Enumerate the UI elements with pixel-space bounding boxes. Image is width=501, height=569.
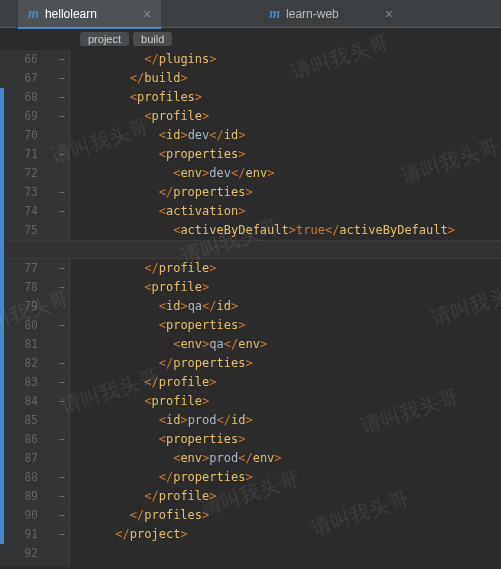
line-number: 79 <box>0 297 38 316</box>
line-number: 69 <box>0 107 38 126</box>
code-line[interactable]: </properties> <box>72 183 455 202</box>
code-line[interactable]: <properties> <box>72 430 455 449</box>
line-number: 89 <box>0 487 38 506</box>
code-editor[interactable]: 6667686970717273747576777879808182838485… <box>0 50 501 567</box>
vcs-change-marker <box>0 88 4 544</box>
line-number: 73 <box>0 183 38 202</box>
fold-start-icon[interactable]: – <box>57 396 67 406</box>
fold-end-icon[interactable]: – <box>57 529 67 539</box>
code-line[interactable]: <env>dev</env> <box>72 164 455 183</box>
code-line[interactable]: <profile> <box>72 107 455 126</box>
fold-start-icon[interactable]: – <box>57 282 67 292</box>
tab-label: learn-web <box>286 7 339 21</box>
fold-end-icon[interactable]: – <box>57 187 67 197</box>
code-area[interactable]: </plugins> </build> <profiles> <profile>… <box>56 50 455 567</box>
fold-start-icon[interactable]: – <box>57 434 67 444</box>
code-line[interactable]: <env>qa</env> <box>72 335 455 354</box>
fold-end-icon[interactable]: – <box>57 263 67 273</box>
code-line[interactable]: </properties> <box>72 468 455 487</box>
line-number: 78 <box>0 278 38 297</box>
fold-end-icon[interactable]: – <box>57 54 67 64</box>
close-icon[interactable]: × <box>385 7 393 21</box>
fold-end-icon[interactable]: – <box>57 491 67 501</box>
code-line[interactable]: <properties> <box>72 316 455 335</box>
line-number: 68 <box>0 88 38 107</box>
line-number: 83 <box>0 373 38 392</box>
code-line[interactable]: <id>qa</id> <box>72 297 455 316</box>
code-line[interactable]: <profile> <box>72 278 455 297</box>
code-line[interactable]: <profile> <box>72 392 455 411</box>
fold-end-icon[interactable]: – <box>57 358 67 368</box>
code-line[interactable]: <env>prod</env> <box>72 449 455 468</box>
line-number: 81 <box>0 335 38 354</box>
code-line[interactable]: </profile> <box>72 259 455 278</box>
line-number: 91 <box>0 525 38 544</box>
line-number: 66 <box>0 50 38 69</box>
line-number: 71 <box>0 145 38 164</box>
tab-learn-web[interactable]: m learn-web × <box>161 0 501 28</box>
line-number: 67 <box>0 69 38 88</box>
close-icon[interactable]: × <box>143 7 151 21</box>
line-number: 86 <box>0 430 38 449</box>
code-line[interactable]: </profile> <box>72 487 455 506</box>
breadcrumb-item[interactable]: project <box>80 32 129 46</box>
code-line[interactable]: <profiles> <box>72 88 455 107</box>
maven-icon: m <box>269 6 280 22</box>
code-line[interactable]: </build> <box>72 69 455 88</box>
fold-end-icon[interactable]: – <box>57 377 67 387</box>
line-number: 80 <box>0 316 38 335</box>
fold-column[interactable]: ––––––––––––––––––– <box>56 50 70 567</box>
code-line[interactable]: <activation> <box>72 202 455 221</box>
fold-start-icon[interactable]: – <box>57 149 67 159</box>
fold-start-icon[interactable]: – <box>57 92 67 102</box>
code-line[interactable] <box>72 544 455 563</box>
line-number: 72 <box>0 164 38 183</box>
editor-tabs: m hellolearn × m learn-web × <box>0 0 501 28</box>
code-line[interactable]: </properties> <box>72 354 455 373</box>
fold-end-icon[interactable]: – <box>57 510 67 520</box>
code-line[interactable]: <activeByDefault>true</activeByDefault> <box>72 221 455 240</box>
line-number: 88 <box>0 468 38 487</box>
code-line[interactable]: </plugins> <box>72 50 455 69</box>
line-number: 75 <box>0 221 38 240</box>
breadcrumb-item[interactable]: build <box>133 32 172 46</box>
current-line-highlight <box>0 240 501 259</box>
fold-end-icon[interactable]: – <box>57 472 67 482</box>
fold-end-icon[interactable]: – <box>57 73 67 83</box>
tab-label: hellolearn <box>45 7 97 21</box>
code-line[interactable]: </profile> <box>72 373 455 392</box>
line-number: 70 <box>0 126 38 145</box>
line-number: 92 <box>0 544 38 563</box>
tab-hellolearn[interactable]: m hellolearn × <box>18 0 161 28</box>
maven-icon: m <box>28 6 39 22</box>
line-number: 77 <box>0 259 38 278</box>
line-number: 85 <box>0 411 38 430</box>
breadcrumb: project build <box>0 28 501 50</box>
line-number: 74 <box>0 202 38 221</box>
code-line[interactable]: <id>prod</id> <box>72 411 455 430</box>
line-number: 82 <box>0 354 38 373</box>
fold-start-icon[interactable]: – <box>57 206 67 216</box>
fold-start-icon[interactable]: – <box>57 320 67 330</box>
line-number: 87 <box>0 449 38 468</box>
line-number: 90 <box>0 506 38 525</box>
code-line[interactable]: </profiles> <box>72 506 455 525</box>
code-line[interactable]: <id>dev</id> <box>72 126 455 145</box>
code-line[interactable]: <properties> <box>72 145 455 164</box>
line-gutter: 6667686970717273747576777879808182838485… <box>0 50 56 567</box>
line-number: 84 <box>0 392 38 411</box>
fold-start-icon[interactable]: – <box>57 111 67 121</box>
code-line[interactable]: </project> <box>72 525 455 544</box>
